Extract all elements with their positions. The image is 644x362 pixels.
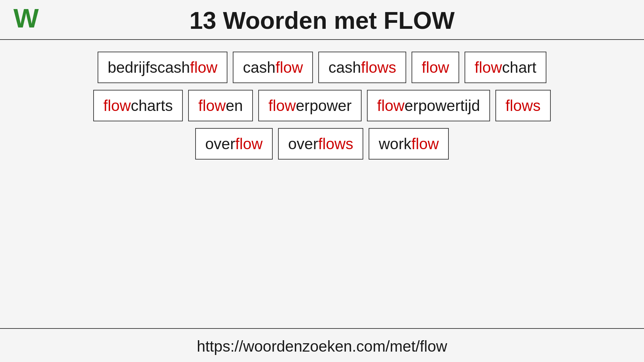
word-bedrijfscashflow[interactable]: bedrijfscashflow — [98, 52, 227, 83]
top-divider — [0, 39, 644, 40]
footer: https://woordenzoeken.com/met/flow — [0, 330, 644, 362]
header: W 13 Woorden met FLOW — [0, 0, 644, 38]
word-row-1: bedrijfscashflow cashflow cashflows flow… — [98, 52, 546, 83]
word-overflows[interactable]: overflows — [278, 128, 363, 160]
word-row-3: overflow overflows workflow — [195, 128, 449, 160]
word-cashflows[interactable]: cashflows — [318, 52, 406, 83]
word-workflow[interactable]: workflow — [369, 128, 449, 160]
footer-url: https://woordenzoeken.com/met/flow — [197, 338, 447, 355]
word-flowcharts[interactable]: flowcharts — [93, 90, 183, 121]
word-flowerpower[interactable]: flowerpower — [258, 90, 362, 121]
word-flowerpowertijd[interactable]: flowerpowertijd — [367, 90, 490, 121]
site-logo: W — [13, 5, 39, 32]
word-flow[interactable]: flow — [412, 52, 459, 83]
word-cashflow[interactable]: cashflow — [233, 52, 313, 83]
word-flows[interactable]: flows — [495, 90, 551, 121]
page-title: 13 Woorden met FLOW — [13, 7, 631, 34]
word-flowen[interactable]: flowen — [188, 90, 253, 121]
bottom-divider — [0, 328, 644, 329]
word-row-2: flowcharts flowen flowerpower flowerpowe… — [93, 90, 551, 121]
word-overflow[interactable]: overflow — [195, 128, 273, 160]
word-flowchart[interactable]: flowchart — [465, 52, 546, 83]
words-content: bedrijfscashflow cashflow cashflows flow… — [0, 42, 644, 326]
